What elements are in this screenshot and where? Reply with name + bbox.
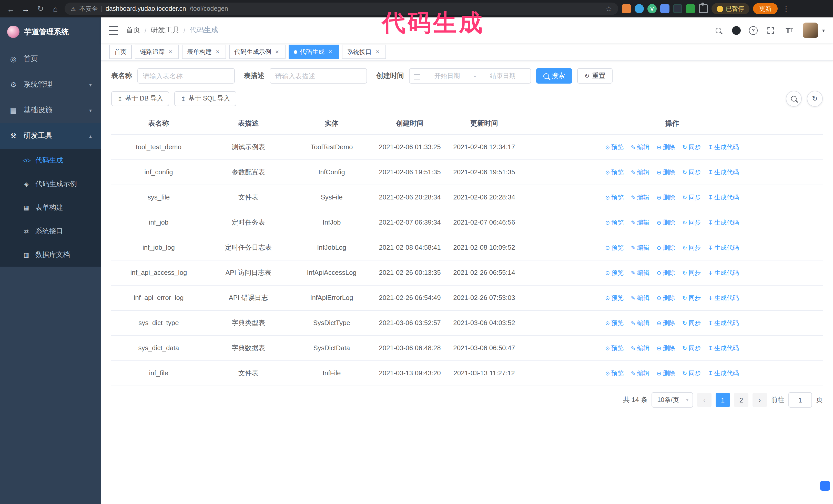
edit-action[interactable]: ✎编辑 bbox=[631, 268, 649, 278]
preview-action[interactable]: ⊙预览 bbox=[605, 343, 624, 353]
generate-code-action[interactable]: ↧生成代码 bbox=[708, 293, 739, 303]
sidebar-item-system[interactable]: ⚙ 系统管理 ▾ bbox=[0, 72, 101, 97]
tab-form-builder[interactable]: 表单构建× bbox=[182, 45, 226, 59]
delete-action[interactable]: ⊖删除 bbox=[657, 343, 675, 353]
refresh-table-button[interactable]: ↻ bbox=[807, 91, 823, 106]
search-icon[interactable] bbox=[714, 25, 724, 35]
sync-action[interactable]: ↻同步 bbox=[682, 217, 701, 227]
generate-code-action[interactable]: ↧生成代码 bbox=[708, 268, 739, 278]
help-icon[interactable]: ? bbox=[749, 26, 758, 34]
browser-home-icon[interactable]: ⌂ bbox=[50, 3, 61, 14]
edit-action[interactable]: ✎编辑 bbox=[631, 142, 649, 152]
forward-icon[interactable]: → bbox=[20, 3, 31, 14]
hamburger-icon[interactable] bbox=[109, 26, 118, 34]
generate-code-action[interactable]: ↧生成代码 bbox=[708, 217, 739, 227]
preview-action[interactable]: ⊙预览 bbox=[605, 142, 624, 152]
sync-action[interactable]: ↻同步 bbox=[682, 343, 701, 353]
preview-action[interactable]: ⊙预览 bbox=[605, 368, 624, 378]
close-icon[interactable]: × bbox=[374, 48, 381, 55]
sync-action[interactable]: ↻同步 bbox=[682, 142, 701, 152]
sidebar-item-form-builder[interactable]: ▦ 表单构建 bbox=[0, 196, 101, 219]
extensions-puzzle-icon[interactable] bbox=[699, 4, 708, 13]
prev-page-button[interactable]: ‹ bbox=[697, 393, 712, 407]
sidebar-item-codegen-example[interactable]: ◈ 代码生成示例 bbox=[0, 172, 101, 196]
close-icon[interactable]: × bbox=[214, 48, 221, 55]
security-label[interactable]: 不安全 bbox=[79, 4, 98, 13]
preview-action[interactable]: ⊙预览 bbox=[605, 268, 624, 278]
breadcrumb-home[interactable]: 首页 bbox=[126, 26, 140, 35]
fullscreen-icon[interactable] bbox=[766, 25, 776, 35]
date-range-picker[interactable]: - bbox=[409, 68, 531, 83]
extension-icon-vue[interactable]: V bbox=[647, 4, 657, 13]
sidebar-item-home[interactable]: ◎ 首页 bbox=[0, 46, 101, 72]
import-db-button[interactable]: ↥ 基于 DB 导入 bbox=[111, 91, 169, 106]
column-header-desc[interactable]: 表描述 bbox=[206, 113, 291, 135]
fontsize-icon[interactable]: TT bbox=[784, 25, 794, 35]
sync-action[interactable]: ↻同步 bbox=[682, 268, 701, 278]
delete-action[interactable]: ⊖删除 bbox=[657, 142, 675, 152]
column-header-entity[interactable]: 实体 bbox=[291, 113, 373, 135]
tab-codegen[interactable]: 代码生成× bbox=[289, 45, 339, 59]
generate-code-action[interactable]: ↧生成代码 bbox=[708, 142, 739, 152]
address-bar[interactable]: ⚠ 不安全 dashboard.yudao.iocoder.cn/tool/co… bbox=[65, 3, 618, 15]
edit-action[interactable]: ✎编辑 bbox=[631, 293, 649, 303]
extension-icon-blue[interactable] bbox=[635, 4, 644, 13]
generate-code-action[interactable]: ↧生成代码 bbox=[708, 368, 739, 378]
logo[interactable]: 芋道管理系统 bbox=[0, 18, 101, 46]
end-date-input[interactable] bbox=[479, 72, 526, 80]
page-button-2[interactable]: 2 bbox=[734, 393, 748, 407]
close-icon[interactable]: × bbox=[167, 48, 174, 55]
back-icon[interactable]: ← bbox=[5, 3, 17, 14]
sidebar-item-infra[interactable]: ▤ 基础设施 ▾ bbox=[0, 97, 101, 123]
generate-code-action[interactable]: ↧生成代码 bbox=[708, 192, 739, 202]
breadcrumb-devtools[interactable]: 研发工具 bbox=[151, 26, 180, 35]
caret-down-icon[interactable]: ▾ bbox=[822, 27, 825, 33]
tab-home[interactable]: 首页 bbox=[109, 45, 132, 59]
edit-action[interactable]: ✎编辑 bbox=[631, 217, 649, 227]
sidebar-item-codegen[interactable]: </> 代码生成 bbox=[0, 149, 101, 172]
delete-action[interactable]: ⊖删除 bbox=[657, 368, 675, 378]
close-icon[interactable]: × bbox=[274, 48, 280, 55]
preview-action[interactable]: ⊙预览 bbox=[605, 217, 624, 227]
delete-action[interactable]: ⊖删除 bbox=[657, 167, 675, 177]
delete-action[interactable]: ⊖删除 bbox=[657, 293, 675, 303]
avatar[interactable] bbox=[803, 23, 818, 38]
goto-page-input[interactable] bbox=[788, 392, 812, 408]
table-name-input[interactable] bbox=[137, 68, 235, 83]
delete-action[interactable]: ⊖删除 bbox=[657, 268, 675, 278]
sidebar-item-devtools[interactable]: ⚒ 研发工具 ▴ bbox=[0, 123, 101, 149]
edit-action[interactable]: ✎编辑 bbox=[631, 192, 649, 202]
tab-system-api[interactable]: 系统接口× bbox=[342, 45, 386, 59]
column-header-updated[interactable]: 更新时间 bbox=[447, 113, 521, 135]
extension-icon-people[interactable] bbox=[660, 4, 669, 13]
preview-action[interactable]: ⊙预览 bbox=[605, 242, 624, 253]
sync-action[interactable]: ↻同步 bbox=[682, 318, 701, 328]
edit-action[interactable]: ✎编辑 bbox=[631, 318, 649, 328]
page-button-1[interactable]: 1 bbox=[716, 393, 730, 407]
delete-action[interactable]: ⊖删除 bbox=[657, 192, 675, 202]
extension-icon-dark[interactable] bbox=[673, 4, 682, 13]
sidebar-item-db-doc[interactable]: ▥ 数据库文档 bbox=[0, 243, 101, 267]
sync-action[interactable]: ↻同步 bbox=[682, 192, 701, 202]
preview-action[interactable]: ⊙预览 bbox=[605, 293, 624, 303]
close-icon[interactable]: × bbox=[327, 48, 334, 55]
edit-action[interactable]: ✎编辑 bbox=[631, 368, 649, 378]
preview-action[interactable]: ⊙预览 bbox=[605, 192, 624, 202]
preview-action[interactable]: ⊙预览 bbox=[605, 318, 624, 328]
paused-badge[interactable]: 已暂停 bbox=[712, 3, 749, 14]
sync-action[interactable]: ↻同步 bbox=[682, 242, 701, 253]
page-size-select[interactable]: 10条/页 ▾ bbox=[651, 392, 693, 408]
table-desc-input[interactable] bbox=[270, 68, 367, 83]
delete-action[interactable]: ⊖删除 bbox=[657, 318, 675, 328]
next-page-button[interactable]: › bbox=[753, 393, 767, 407]
github-icon[interactable] bbox=[732, 26, 741, 34]
import-sql-button[interactable]: ↥ 基于 SQL 导入 bbox=[174, 91, 236, 106]
column-header-name[interactable]: 表名称 bbox=[111, 113, 206, 135]
extension-icon-orange[interactable] bbox=[622, 4, 631, 13]
delete-action[interactable]: ⊖删除 bbox=[657, 242, 675, 253]
delete-action[interactable]: ⊖删除 bbox=[657, 217, 675, 227]
sync-action[interactable]: ↻同步 bbox=[682, 293, 701, 303]
extension-icon-green[interactable] bbox=[686, 4, 695, 13]
tab-tracing[interactable]: 链路追踪× bbox=[135, 45, 179, 59]
search-button[interactable]: 搜索 bbox=[536, 68, 572, 83]
